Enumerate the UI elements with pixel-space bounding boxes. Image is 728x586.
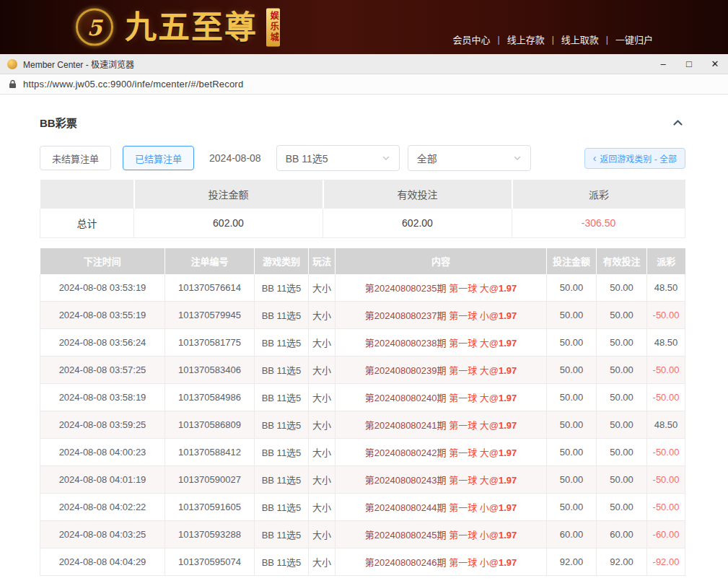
cell-bet-amount: 50.00 [547, 466, 597, 494]
close-button[interactable]: ✕ [702, 54, 728, 74]
cell-game-category: BB 11选5 [255, 274, 309, 302]
cell-bet-time: 2024-08-08 04:00:23 [40, 439, 165, 466]
nav-link-3[interactable]: 一键归户 [615, 32, 653, 46]
cell-play-type: 大小 [309, 302, 336, 329]
period-text: 第202408080245期 [365, 530, 449, 541]
cell-bet-amount: 50.00 [547, 439, 597, 466]
cell-content: 第202408080242期 第一球 大@1.97 [336, 439, 547, 466]
cell-order-id: 101370583406 [165, 357, 255, 384]
cell-play-type: 大小 [309, 466, 336, 494]
site-banner: 5 九五至尊 娱乐城 会员中心|线上存款|线上取款|一键归户 [0, 0, 728, 54]
browser-titlebar: Member Center - 极速浏览器 – □ ✕ [0, 54, 728, 74]
summary-header-empty [40, 180, 134, 209]
cell-payout: -50.00 [647, 466, 685, 494]
collapse-panel-button[interactable] [670, 115, 685, 130]
cell-bet-amount: 50.00 [547, 384, 597, 411]
cell-valid-bet: 50.00 [597, 411, 647, 439]
cell-play-type: 大小 [309, 384, 336, 411]
period-text: 第202408080237期 [365, 310, 449, 321]
cell-order-id: 101370586809 [165, 411, 255, 439]
summary-payout-total: -306.50 [512, 209, 685, 237]
cell-payout: -50.00 [647, 357, 685, 384]
url-text[interactable]: https://www.jw05.cc:9900/infe/mcenter/#/… [23, 79, 243, 89]
game-select-value: BB 11选5 [286, 151, 328, 165]
chevron-down-icon [513, 154, 522, 162]
bet-row: 2024-08-08 03:53:19101370576614BB 11选5大小… [40, 274, 685, 302]
cell-bet-time: 2024-08-08 04:01:19 [40, 466, 165, 494]
panel-header: BB彩票 [40, 115, 685, 130]
bet-row: 2024-08-08 04:01:19101370590027BB 11选5大小… [40, 466, 685, 494]
cell-game-category: BB 11选5 [255, 384, 309, 411]
cell-bet-time: 2024-08-08 03:59:25 [40, 411, 165, 439]
header-game-category: 游戏类别 [255, 248, 309, 274]
cell-bet-time: 2024-08-08 03:58:19 [40, 384, 165, 411]
odds-text: 1.97 [499, 447, 517, 458]
odds-text: 1.97 [499, 420, 517, 431]
cell-bet-time: 2024-08-08 03:53:19 [40, 274, 165, 302]
back-to-game-category-button[interactable]: ‹ 返回游戏类别 - 全部 [584, 148, 685, 169]
cell-valid-bet: 50.00 [597, 384, 647, 411]
cell-valid-bet: 50.00 [597, 357, 647, 384]
odds-text: 1.97 [499, 310, 517, 321]
cell-payout: -50.00 [647, 439, 685, 466]
back-button-label: 返回游戏类别 - 全部 [600, 152, 677, 165]
browser-favicon-icon [7, 59, 17, 69]
odds-text: 1.97 [499, 530, 517, 541]
cell-bet-time: 2024-08-08 04:02:22 [40, 494, 165, 521]
bet-row: 2024-08-08 03:57:25101370583406BB 11选5大小… [40, 357, 685, 384]
bet-table-body: 2024-08-08 03:53:19101370576614BB 11选5大小… [40, 274, 685, 576]
header-play-type: 玩法 [309, 248, 336, 274]
cell-content: 第202408080240期 第一球 大@1.97 [336, 384, 547, 411]
header-valid-bet: 有效投注 [597, 248, 647, 274]
cell-game-category: BB 11选5 [255, 521, 309, 548]
nav-link-2[interactable]: 线上取款 [561, 32, 599, 46]
cell-payout: -92.00 [647, 548, 685, 576]
summary-header-row: 投注金额 有效投注 派彩 [40, 180, 685, 209]
date-picker[interactable]: 2024-08-08 [209, 152, 261, 164]
bet-record-page: BB彩票 未结算注单 已结算注单 2024-08-08 BB 11选5 全部 [0, 95, 728, 576]
settled-bets-button[interactable]: 已结算注单 [123, 146, 194, 170]
maximize-button[interactable]: □ [676, 54, 702, 74]
site-logo[interactable]: 5 九五至尊 娱乐城 [76, 8, 280, 46]
cell-content: 第202408080239期 第一球 大@1.97 [336, 357, 547, 384]
cell-game-category: BB 11选5 [255, 329, 309, 357]
cell-bet-time: 2024-08-08 04:04:29 [40, 548, 165, 576]
scope-select[interactable]: 全部 [408, 145, 531, 171]
period-text: 第202408080244期 [365, 502, 449, 513]
cell-content: 第202408080246期 第一球 小@1.97 [336, 548, 547, 576]
period-text: 第202408080235期 [365, 283, 449, 294]
cell-valid-bet: 50.00 [597, 274, 647, 302]
unsettled-bets-button[interactable]: 未结算注单 [40, 146, 111, 170]
cell-order-id: 101370593288 [165, 521, 255, 548]
cell-game-category: BB 11选5 [255, 357, 309, 384]
cell-play-type: 大小 [309, 548, 336, 576]
cell-play-type: 大小 [309, 494, 336, 521]
cell-bet-time: 2024-08-08 03:55:19 [40, 302, 165, 329]
selection-text: 第一球 大@ [449, 283, 499, 294]
period-text: 第202408080243期 [365, 475, 449, 486]
cell-bet-amount: 50.00 [547, 357, 597, 384]
cell-payout: -60.00 [647, 521, 685, 548]
cell-bet-amount: 50.00 [547, 329, 597, 357]
period-text: 第202408080240期 [365, 393, 449, 403]
period-text: 第202408080241期 [365, 420, 449, 431]
cell-payout: -50.00 [647, 302, 685, 329]
cell-content: 第202408080245期 第一球 小@1.97 [336, 521, 547, 548]
nav-link-0[interactable]: 会员中心 [453, 32, 491, 46]
cell-game-category: BB 11选5 [255, 494, 309, 521]
period-text: 第202408080238期 [365, 338, 449, 349]
nav-link-1[interactable]: 线上存款 [507, 32, 545, 46]
logo-badge: 娱乐城 [266, 8, 280, 46]
game-select[interactable]: BB 11选5 [276, 145, 400, 171]
minimize-button[interactable]: – [650, 54, 676, 74]
filter-toolbar: 未结算注单 已结算注单 2024-08-08 BB 11选5 全部 ‹ 返回游戏… [40, 145, 685, 171]
odds-text: 1.97 [499, 475, 517, 486]
cell-order-id: 101370576614 [165, 274, 255, 302]
header-bet-time: 下注时间 [40, 248, 165, 274]
browser-addressbar[interactable]: https://www.jw05.cc:9900/infe/mcenter/#/… [0, 74, 728, 95]
cell-order-id: 101370579945 [165, 302, 255, 329]
cell-play-type: 大小 [309, 411, 336, 439]
bet-row: 2024-08-08 04:00:23101370588412BB 11选5大小… [40, 439, 685, 466]
chevron-down-icon [382, 154, 390, 162]
nav-separator: | [498, 35, 500, 45]
